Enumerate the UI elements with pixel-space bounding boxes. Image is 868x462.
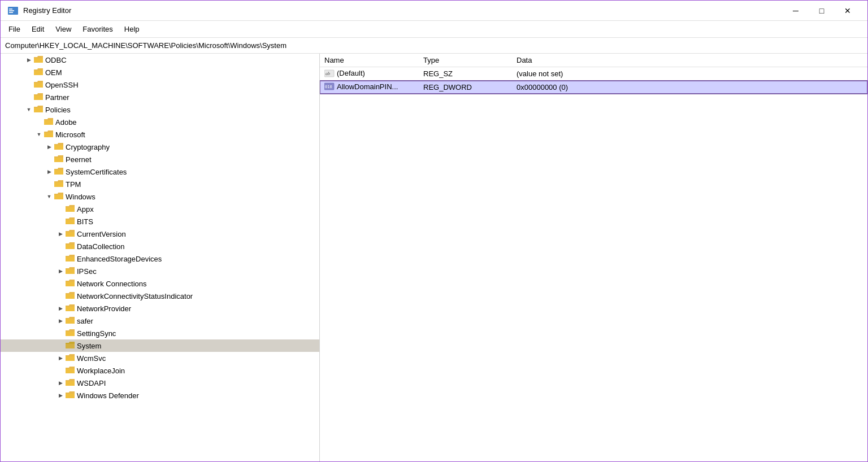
minimize-button[interactable]: ─	[783, 2, 809, 20]
tree-node-adobe[interactable]: Adobe	[1, 116, 319, 128]
tree-node-partner[interactable]: Partner	[1, 91, 319, 103]
label-wcmsvc: WcmSvc	[77, 354, 106, 363]
expander-currentversion[interactable]: ▶	[56, 229, 65, 238]
col-type: Type	[419, 54, 512, 67]
folder-icon-windowsdefender	[65, 391, 75, 400]
tree-panel[interactable]: ▶ ODBC OEM	[1, 54, 320, 461]
expander-policies[interactable]: ▼	[24, 105, 33, 114]
folder-icon-microsoft	[44, 130, 54, 139]
svg-rect-3	[9, 12, 13, 13]
cell-data-default: (value not set)	[512, 67, 867, 81]
cell-name-allowdomainpin: 010 AllowDomainPIN...	[320, 81, 419, 94]
tree-node-currentversion[interactable]: ▶ CurrentVersion	[1, 228, 319, 240]
tree-node-enhancedstoragedevices[interactable]: EnhancedStorageDevices	[1, 252, 319, 265]
address-path: Computer\HKEY_LOCAL_MACHINE\SOFTWARE\Pol…	[5, 41, 287, 50]
folder-icon-policies	[33, 105, 44, 114]
tree-node-systemcertificates[interactable]: ▶ SystemCertificates	[1, 165, 319, 178]
svg-rect-1	[9, 8, 12, 10]
data-panel[interactable]: Name Type Data ab	[320, 54, 867, 461]
tree-node-workplacejoin[interactable]: WorkplaceJoin	[1, 364, 319, 377]
folder-icon-adobe	[44, 117, 54, 127]
label-oem: OEM	[45, 68, 62, 77]
menu-file[interactable]: File	[3, 23, 26, 36]
label-bits: BITS	[77, 217, 93, 226]
folder-icon-cryptography	[54, 142, 64, 151]
folder-icon-openssh	[33, 80, 44, 89]
label-safer: safer	[77, 317, 93, 325]
label-networkconnections: Network Connections	[77, 280, 147, 288]
label-currentversion: CurrentVersion	[77, 230, 126, 238]
expander-systemcertificates[interactable]: ▶	[45, 167, 54, 176]
main-content: ▶ ODBC OEM	[1, 54, 867, 461]
folder-icon-safer	[65, 316, 75, 325]
tree-node-openssh[interactable]: OpenSSH	[1, 79, 319, 91]
folder-icon-wcmsvc	[65, 354, 75, 363]
tree-node-networkconnectivitystatusindicator[interactable]: NetworkConnectivityStatusIndicator	[1, 290, 319, 302]
col-data: Data	[512, 54, 867, 67]
tree-node-bits[interactable]: BITS	[1, 215, 319, 228]
folder-icon-settingsync	[65, 329, 75, 338]
tree-node-ipsec[interactable]: ▶ IPSec	[1, 265, 319, 277]
maximize-button[interactable]: □	[809, 2, 835, 20]
expander-windowsdefender[interactable]: ▶	[56, 391, 65, 400]
tree-node-cryptography[interactable]: ▶ Cryptography	[1, 141, 319, 153]
expander-wcmsvc[interactable]: ▶	[56, 354, 65, 363]
folder-icon-appx	[65, 204, 75, 213]
expander-wsdapi[interactable]: ▶	[56, 378, 65, 387]
tree-node-odbc[interactable]: ▶ ODBC	[1, 54, 319, 66]
cell-data-allowdomainpin: 0x00000000 (0)	[512, 81, 867, 94]
tree-node-appx[interactable]: Appx	[1, 203, 319, 215]
folder-icon-system	[65, 341, 75, 350]
tree-node-settingsync[interactable]: SettingSync	[1, 327, 319, 339]
menu-favorites[interactable]: Favorites	[77, 23, 118, 36]
menu-help[interactable]: Help	[119, 23, 145, 36]
svg-rect-2	[9, 10, 14, 11]
label-openssh: OpenSSH	[45, 81, 79, 89]
folder-icon-enhancedstoragedevices	[65, 254, 75, 263]
tree-node-windows[interactable]: ▼ Windows	[1, 190, 319, 203]
title-bar-controls: ─ □ ✕	[783, 2, 861, 20]
tree-node-wcmsvc[interactable]: ▶ WcmSvc	[1, 352, 319, 364]
label-partner: Partner	[45, 93, 70, 102]
tree-node-oem[interactable]: OEM	[1, 66, 319, 79]
menu-edit[interactable]: Edit	[26, 23, 50, 36]
table-row-default[interactable]: ab (Default) REG_SZ (value not set)	[320, 67, 867, 81]
tree-node-tpm[interactable]: TPM	[1, 178, 319, 190]
tree-node-networkprovider[interactable]: ▶ NetworkProvider	[1, 302, 319, 315]
expander-microsoft[interactable]: ▼	[34, 130, 44, 139]
label-workplacejoin: WorkplaceJoin	[77, 367, 125, 375]
tree-node-windowsdefender[interactable]: ▶ Windows Defender	[1, 389, 319, 402]
table-row-allowdomainpin[interactable]: 010 AllowDomainPIN... REG_DWORD 0x000000…	[320, 81, 867, 94]
tree-node-microsoft[interactable]: ▼ Microsoft	[1, 128, 319, 141]
label-windowsdefender: Windows Defender	[77, 391, 139, 400]
folder-icon-windows	[54, 192, 64, 201]
folder-icon-networkprovider	[65, 304, 75, 313]
tree-node-networkconnections[interactable]: Network Connections	[1, 277, 319, 290]
menu-bar: File Edit View Favorites Help	[1, 21, 867, 38]
tree-node-policies[interactable]: ▼ Policies	[1, 103, 319, 116]
label-peernet: Peernet	[66, 155, 92, 164]
dword-icon: 010	[324, 82, 335, 90]
expander-cryptography[interactable]: ▶	[45, 142, 54, 151]
label-adobe: Adobe	[55, 118, 77, 127]
default-name-text: (Default)	[337, 69, 365, 77]
expander-windows[interactable]: ▼	[45, 192, 54, 201]
expander-safer[interactable]: ▶	[56, 316, 65, 325]
expander-odbc[interactable]: ▶	[24, 55, 33, 64]
folder-icon-datacollection	[65, 242, 75, 251]
tree-node-peernet[interactable]: Peernet	[1, 153, 319, 165]
label-appx: Appx	[77, 205, 94, 213]
app-icon	[7, 5, 19, 16]
folder-icon-ipsec	[65, 267, 75, 276]
label-wsdapi: WSDAPI	[77, 379, 106, 387]
menu-view[interactable]: View	[50, 23, 77, 36]
tree-node-system[interactable]: System	[1, 339, 319, 352]
close-button[interactable]: ✕	[835, 2, 861, 20]
cell-name-default: ab (Default)	[320, 67, 419, 81]
tree-node-datacollection[interactable]: DataCollection	[1, 240, 319, 252]
expander-networkprovider[interactable]: ▶	[56, 304, 65, 313]
expander-ipsec[interactable]: ▶	[56, 267, 65, 276]
tree-node-wsdapi[interactable]: ▶ WSDAPI	[1, 377, 319, 389]
label-systemcertificates: SystemCertificates	[66, 168, 127, 176]
tree-node-safer[interactable]: ▶ safer	[1, 315, 319, 327]
